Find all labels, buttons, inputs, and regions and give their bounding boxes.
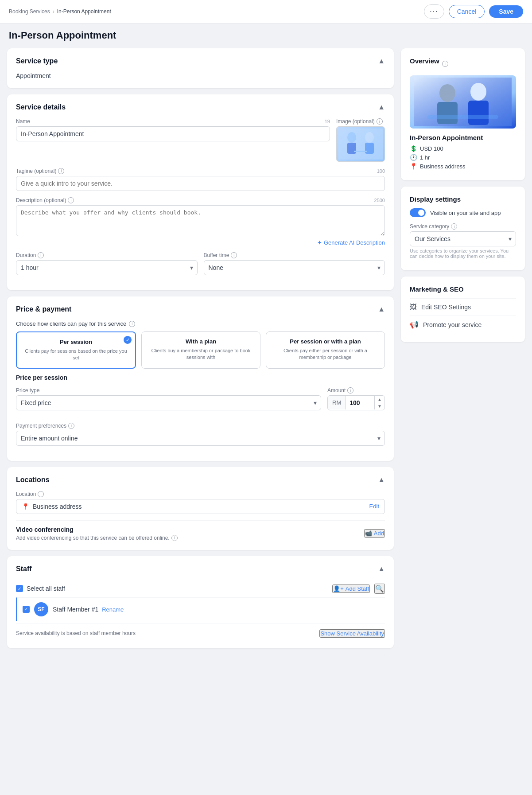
tagline-label: Tagline (optional) i 100 bbox=[16, 168, 385, 174]
edit-seo-item[interactable]: 🖼 Edit SEO Settings bbox=[410, 298, 516, 316]
amount-input[interactable] bbox=[346, 396, 374, 410]
service-type-chevron[interactable]: ▲ bbox=[378, 57, 385, 65]
payment-option-with-plan[interactable]: With a plan Clients buy a membership or … bbox=[141, 331, 260, 369]
staff-availability-row: Service availability is based on staff m… bbox=[16, 624, 385, 639]
amount-info-icon[interactable]: i bbox=[347, 387, 353, 394]
payment-pref-select[interactable]: Entire amount online bbox=[16, 431, 385, 446]
payment-option-per-session[interactable]: Per session Clients pay for sessions bas… bbox=[16, 331, 136, 369]
breadcrumb-parent[interactable]: Booking Services bbox=[9, 8, 50, 15]
svg-rect-11 bbox=[468, 101, 489, 125]
payment-option-per-session-or-plan[interactable]: Per session or with a plan Clients pay e… bbox=[266, 331, 385, 369]
staff-header: Staff ▲ bbox=[16, 565, 385, 573]
more-button[interactable]: ··· bbox=[424, 4, 444, 19]
category-info-icon[interactable]: i bbox=[451, 223, 457, 230]
duration-info-icon[interactable]: i bbox=[38, 252, 44, 258]
display-settings-title: Display settings bbox=[410, 195, 516, 203]
overview-header: Overview i bbox=[410, 57, 516, 70]
tagline-info-icon[interactable]: i bbox=[58, 168, 64, 174]
show-availability-button[interactable]: Show Service Availability bbox=[319, 629, 385, 638]
duration-select-wrapper: 1 hour bbox=[16, 260, 198, 275]
rename-staff-link[interactable]: Rename bbox=[102, 606, 124, 613]
staff-member-checkbox[interactable] bbox=[23, 606, 30, 613]
breadcrumb-separator: › bbox=[53, 8, 54, 15]
overview-image bbox=[410, 75, 516, 129]
location-pin-icon: 📍 bbox=[22, 503, 29, 510]
select-all-staff-label[interactable]: Select all staff bbox=[16, 585, 65, 592]
per-session-title: Per session bbox=[22, 339, 130, 345]
choose-pay-info-icon[interactable]: i bbox=[129, 321, 135, 327]
video-icon: 📹 bbox=[365, 530, 372, 537]
payment-pref-info-icon[interactable]: i bbox=[68, 423, 74, 429]
promote-service-item[interactable]: 📢 Promote your service bbox=[410, 316, 516, 333]
buffer-info-icon[interactable]: i bbox=[231, 252, 237, 258]
duration-select[interactable]: 1 hour bbox=[16, 260, 198, 275]
per-session-desc: Clients pay for sessions based on the pr… bbox=[22, 348, 130, 362]
with-plan-desc: Clients buy a membership or package to b… bbox=[147, 347, 255, 361]
price-payment-chevron[interactable]: ▲ bbox=[378, 305, 385, 313]
service-details-chevron[interactable]: ▲ bbox=[378, 103, 385, 111]
location-field-group: Location i 📍 Business address Edit bbox=[16, 491, 385, 514]
amount-input-wrapper: RM ▲ ▼ bbox=[327, 395, 385, 410]
overview-location: 📍 Business address bbox=[410, 163, 516, 170]
select-all-checkbox[interactable] bbox=[16, 585, 23, 592]
breadcrumb: Booking Services › In-Person Appointment bbox=[9, 8, 111, 15]
video-conf-info-icon[interactable]: i bbox=[171, 535, 178, 541]
location-info-icon[interactable]: i bbox=[38, 491, 44, 497]
svg-rect-2 bbox=[347, 143, 356, 154]
right-column: Overview i bbox=[401, 48, 525, 648]
location-value: Business address bbox=[33, 503, 82, 510]
left-column: Service type ▲ Appointment Service detai… bbox=[7, 48, 394, 648]
amount-down-button[interactable]: ▼ bbox=[375, 403, 384, 409]
buffer-select[interactable]: None bbox=[204, 260, 385, 275]
duration-row: Duration i 1 hour Buffer time i bbox=[16, 252, 385, 281]
add-staff-button[interactable]: 👤+ Add Staff bbox=[332, 585, 370, 593]
service-details-title: Service details bbox=[16, 103, 66, 111]
availability-text: Service availability is based on staff m… bbox=[16, 630, 136, 636]
category-select-wrapper: Our Services bbox=[410, 231, 516, 246]
add-video-button[interactable]: 📹 Add bbox=[364, 529, 385, 538]
svg-rect-0 bbox=[338, 129, 383, 160]
description-info-icon[interactable]: i bbox=[68, 197, 74, 203]
payment-options: Per session Clients pay for sessions bas… bbox=[16, 331, 385, 369]
price-type-select[interactable]: Fixed price bbox=[16, 395, 321, 410]
description-field-group: Description (optional) i 2500 ✦ Generate… bbox=[16, 197, 385, 246]
search-staff-button[interactable]: 🔍 bbox=[374, 584, 385, 594]
edit-location-link[interactable]: Edit bbox=[369, 503, 379, 510]
top-bar: Booking Services › In-Person Appointment… bbox=[0, 0, 532, 23]
duration-label: Duration i bbox=[16, 252, 198, 258]
overview-duration: 🕐 1 hr bbox=[410, 154, 516, 161]
amount-field-group: Amount i RM ▲ ▼ bbox=[327, 387, 385, 410]
name-input[interactable] bbox=[16, 126, 330, 141]
overview-card: Overview i bbox=[401, 48, 525, 180]
visible-toggle[interactable] bbox=[410, 208, 426, 217]
locations-chevron[interactable]: ▲ bbox=[378, 476, 385, 484]
buffer-label: Buffer time i bbox=[204, 252, 385, 258]
svg-rect-12 bbox=[427, 115, 498, 119]
marketing-title: Marketing & SEO bbox=[410, 285, 516, 293]
choose-pay-label: Choose how clients can pay for this serv… bbox=[16, 320, 385, 327]
svg-rect-4 bbox=[365, 143, 374, 154]
svg-rect-7 bbox=[414, 78, 512, 126]
category-select[interactable]: Our Services bbox=[410, 231, 516, 246]
header-actions: ··· Cancel Save bbox=[424, 4, 523, 19]
image-info-icon[interactable]: i bbox=[377, 118, 383, 125]
video-conf-title: Video conferencing bbox=[16, 526, 178, 533]
category-hint: Use categories to organize your services… bbox=[410, 248, 516, 259]
description-textarea[interactable] bbox=[16, 205, 385, 236]
save-button[interactable]: Save bbox=[489, 5, 523, 18]
cancel-button[interactable]: Cancel bbox=[449, 5, 485, 18]
staff-member-name: Staff Member #1 Rename bbox=[53, 606, 124, 613]
service-type-header: Service type ▲ bbox=[16, 57, 385, 65]
name-label: Name 19 bbox=[16, 118, 330, 125]
service-image[interactable] bbox=[336, 126, 385, 162]
tagline-input[interactable] bbox=[16, 176, 385, 191]
ai-generate-button[interactable]: ✦ Generate AI Description bbox=[317, 239, 385, 246]
staff-chevron[interactable]: ▲ bbox=[378, 565, 385, 573]
amount-stepper: ▲ ▼ bbox=[374, 396, 384, 409]
location-label: Location i bbox=[16, 491, 385, 497]
overview-info-icon[interactable]: i bbox=[442, 61, 448, 67]
with-plan-title: With a plan bbox=[147, 338, 255, 345]
video-conf-desc: Add video conferencing so that this serv… bbox=[16, 535, 178, 541]
overview-people-svg bbox=[414, 78, 512, 126]
amount-up-button[interactable]: ▲ bbox=[375, 396, 384, 403]
